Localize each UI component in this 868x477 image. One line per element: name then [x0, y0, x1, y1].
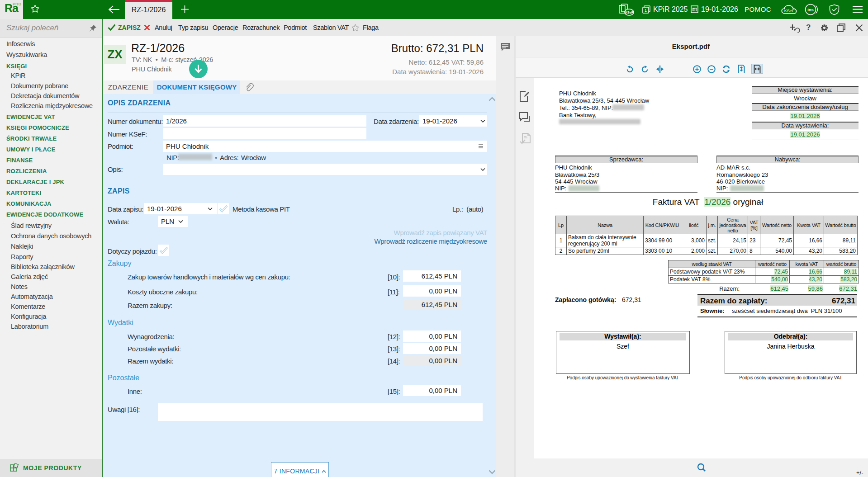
svg-text:KSeF: KSeF [625, 11, 634, 14]
svg-text:1: 1 [645, 8, 647, 13]
svg-text:Ins: Ins [807, 7, 814, 12]
svg-text:KSeF: KSeF [784, 9, 795, 13]
